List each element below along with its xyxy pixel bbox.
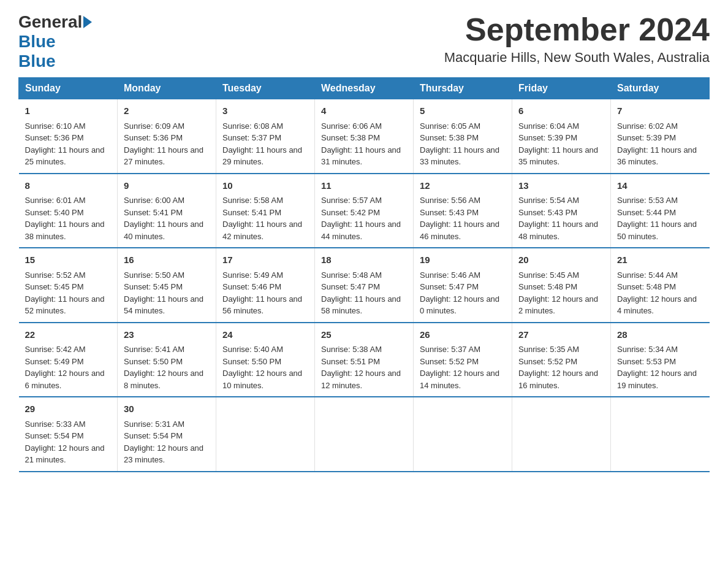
day-info: Sunrise: 6:01 AMSunset: 5:40 PMDaylight:…	[25, 196, 105, 241]
day-number: 2	[124, 104, 210, 118]
calendar-day-cell: 20Sunrise: 5:45 AMSunset: 5:48 PMDayligh…	[512, 248, 611, 323]
calendar-day-cell: 25Sunrise: 5:38 AMSunset: 5:51 PMDayligh…	[315, 323, 414, 397]
calendar-day-cell: 21Sunrise: 5:44 AMSunset: 5:48 PMDayligh…	[611, 248, 710, 323]
calendar-day-cell: 17Sunrise: 5:49 AMSunset: 5:46 PMDayligh…	[216, 248, 315, 323]
day-info: Sunrise: 5:42 AMSunset: 5:49 PMDaylight:…	[25, 345, 105, 390]
logo-blue-text: Blue	[18, 32, 56, 51]
month-title: September 2024	[444, 12, 710, 47]
header-saturday: Saturday	[611, 78, 710, 99]
day-info: Sunrise: 5:40 AMSunset: 5:50 PMDaylight:…	[222, 345, 302, 390]
calendar-day-cell: 14Sunrise: 5:53 AMSunset: 5:44 PMDayligh…	[611, 174, 710, 248]
calendar-day-cell: 15Sunrise: 5:52 AMSunset: 5:45 PMDayligh…	[19, 248, 118, 323]
day-number: 11	[321, 179, 407, 193]
calendar-week-row: 8Sunrise: 6:01 AMSunset: 5:40 PMDaylight…	[19, 174, 710, 248]
calendar-day-cell: 28Sunrise: 5:34 AMSunset: 5:53 PMDayligh…	[611, 323, 710, 397]
calendar-day-cell: 27Sunrise: 5:35 AMSunset: 5:52 PMDayligh…	[512, 323, 611, 397]
day-number: 23	[124, 328, 210, 342]
calendar-day-cell: 8Sunrise: 6:01 AMSunset: 5:40 PMDaylight…	[19, 174, 118, 248]
calendar-day-cell: 30Sunrise: 5:31 AMSunset: 5:54 PMDayligh…	[118, 397, 216, 472]
day-number: 28	[617, 328, 703, 342]
day-number: 14	[617, 179, 703, 193]
day-info: Sunrise: 6:00 AMSunset: 5:41 PMDaylight:…	[124, 196, 203, 241]
day-info: Sunrise: 5:48 AMSunset: 5:47 PMDaylight:…	[321, 270, 401, 316]
calendar-day-cell: 18Sunrise: 5:48 AMSunset: 5:47 PMDayligh…	[315, 248, 414, 323]
day-number: 10	[222, 179, 308, 193]
calendar-day-cell: 24Sunrise: 5:40 AMSunset: 5:50 PMDayligh…	[216, 323, 315, 397]
day-number: 7	[617, 104, 703, 118]
logo: General Blue Blue	[18, 12, 93, 71]
day-info: Sunrise: 6:10 AMSunset: 5:36 PMDaylight:…	[25, 121, 105, 167]
day-info: Sunrise: 5:31 AMSunset: 5:54 PMDaylight:…	[124, 419, 203, 465]
day-number: 20	[518, 253, 604, 267]
day-info: Sunrise: 6:04 AMSunset: 5:39 PMDaylight:…	[518, 121, 598, 167]
calendar-day-cell: 22Sunrise: 5:42 AMSunset: 5:49 PMDayligh…	[19, 323, 118, 397]
day-number: 30	[124, 402, 210, 416]
header-sunday: Sunday	[19, 78, 118, 99]
calendar-day-cell	[414, 397, 512, 472]
calendar-week-row: 29Sunrise: 5:33 AMSunset: 5:54 PMDayligh…	[19, 397, 710, 472]
day-info: Sunrise: 5:56 AMSunset: 5:43 PMDaylight:…	[420, 196, 499, 241]
calendar-day-cell: 1Sunrise: 6:10 AMSunset: 5:36 PMDaylight…	[19, 99, 118, 174]
calendar-day-cell	[315, 397, 414, 472]
calendar-day-cell: 11Sunrise: 5:57 AMSunset: 5:42 PMDayligh…	[315, 174, 414, 248]
header-thursday: Thursday	[414, 78, 512, 99]
calendar-day-cell: 2Sunrise: 6:09 AMSunset: 5:36 PMDaylight…	[118, 99, 216, 174]
calendar-day-cell: 12Sunrise: 5:56 AMSunset: 5:43 PMDayligh…	[414, 174, 512, 248]
calendar-day-cell: 7Sunrise: 6:02 AMSunset: 5:39 PMDaylight…	[611, 99, 710, 174]
day-number: 8	[25, 179, 112, 193]
calendar-day-cell: 23Sunrise: 5:41 AMSunset: 5:50 PMDayligh…	[118, 323, 216, 397]
day-info: Sunrise: 5:34 AMSunset: 5:53 PMDaylight:…	[617, 345, 697, 390]
day-info: Sunrise: 6:09 AMSunset: 5:36 PMDaylight:…	[124, 121, 203, 167]
day-number: 3	[222, 104, 308, 118]
header-friday: Friday	[512, 78, 611, 99]
calendar-day-cell: 4Sunrise: 6:06 AMSunset: 5:38 PMDaylight…	[315, 99, 414, 174]
title-section: September 2024 Macquarie Hills, New Sout…	[444, 12, 710, 66]
header-wednesday: Wednesday	[315, 78, 414, 99]
day-number: 13	[518, 179, 604, 193]
day-info: Sunrise: 6:08 AMSunset: 5:37 PMDaylight:…	[222, 121, 302, 167]
calendar-day-cell: 3Sunrise: 6:08 AMSunset: 5:37 PMDaylight…	[216, 99, 315, 174]
day-number: 18	[321, 253, 407, 267]
day-info: Sunrise: 5:52 AMSunset: 5:45 PMDaylight:…	[25, 270, 105, 316]
day-number: 27	[518, 328, 604, 342]
day-info: Sunrise: 6:02 AMSunset: 5:39 PMDaylight:…	[617, 121, 697, 167]
calendar-week-row: 1Sunrise: 6:10 AMSunset: 5:36 PMDaylight…	[19, 99, 710, 174]
day-number: 1	[25, 104, 112, 118]
calendar-day-cell: 13Sunrise: 5:54 AMSunset: 5:43 PMDayligh…	[512, 174, 611, 248]
calendar-day-cell	[216, 397, 315, 472]
day-number: 15	[25, 253, 112, 267]
day-info: Sunrise: 5:33 AMSunset: 5:54 PMDaylight:…	[25, 419, 105, 465]
page-header: General Blue Blue September 2024 Macquar…	[18, 12, 710, 71]
day-number: 22	[25, 328, 112, 342]
day-number: 5	[420, 104, 506, 118]
day-info: Sunrise: 5:57 AMSunset: 5:42 PMDaylight:…	[321, 196, 401, 241]
day-info: Sunrise: 5:44 AMSunset: 5:48 PMDaylight:…	[617, 270, 697, 316]
calendar-day-cell: 5Sunrise: 6:05 AMSunset: 5:38 PMDaylight…	[414, 99, 512, 174]
day-number: 9	[124, 179, 210, 193]
day-number: 6	[518, 104, 604, 118]
calendar-day-cell: 26Sunrise: 5:37 AMSunset: 5:52 PMDayligh…	[414, 323, 512, 397]
calendar-table: Sunday Monday Tuesday Wednesday Thursday…	[18, 77, 710, 472]
day-info: Sunrise: 5:49 AMSunset: 5:46 PMDaylight:…	[222, 270, 302, 316]
day-number: 25	[321, 328, 407, 342]
logo-general-text: General	[18, 12, 82, 32]
calendar-week-row: 15Sunrise: 5:52 AMSunset: 5:45 PMDayligh…	[19, 248, 710, 323]
day-info: Sunrise: 6:05 AMSunset: 5:38 PMDaylight:…	[420, 121, 499, 167]
day-info: Sunrise: 5:50 AMSunset: 5:45 PMDaylight:…	[124, 270, 203, 316]
day-info: Sunrise: 5:45 AMSunset: 5:48 PMDaylight:…	[518, 270, 598, 316]
calendar-day-cell: 19Sunrise: 5:46 AMSunset: 5:47 PMDayligh…	[414, 248, 512, 323]
day-number: 24	[222, 328, 308, 342]
day-number: 4	[321, 104, 407, 118]
day-number: 12	[420, 179, 506, 193]
day-number: 19	[420, 253, 506, 267]
calendar-day-cell: 9Sunrise: 6:00 AMSunset: 5:41 PMDaylight…	[118, 174, 216, 248]
day-info: Sunrise: 5:46 AMSunset: 5:47 PMDaylight:…	[420, 270, 499, 316]
calendar-day-cell: 16Sunrise: 5:50 AMSunset: 5:45 PMDayligh…	[118, 248, 216, 323]
logo-arrow-icon	[83, 16, 92, 28]
location-title: Macquarie Hills, New South Wales, Austra…	[444, 50, 710, 66]
day-info: Sunrise: 5:54 AMSunset: 5:43 PMDaylight:…	[518, 196, 598, 241]
calendar-day-cell	[512, 397, 611, 472]
calendar-header-row: Sunday Monday Tuesday Wednesday Thursday…	[19, 78, 710, 99]
day-number: 26	[420, 328, 506, 342]
day-info: Sunrise: 5:35 AMSunset: 5:52 PMDaylight:…	[518, 345, 598, 390]
